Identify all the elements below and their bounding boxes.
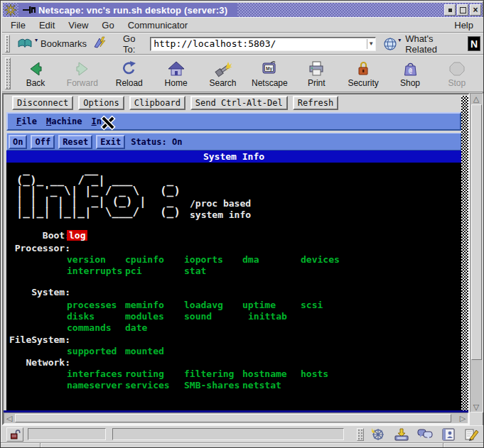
scroll-down-icon[interactable]: ▽: [471, 402, 481, 412]
tagline-line1: /proc based: [190, 198, 251, 209]
link-meminfo[interactable]: meminfo: [125, 300, 164, 310]
address-book-button[interactable]: [440, 427, 457, 442]
search-button[interactable]: Search: [201, 56, 245, 91]
composer-button[interactable]: [463, 427, 480, 442]
menu-communicator[interactable]: Communicator: [128, 20, 188, 31]
link-nameserver[interactable]: nameserver: [67, 380, 122, 390]
link-smb-shares[interactable]: SMB-shares: [184, 380, 240, 390]
link-stat[interactable]: stat: [184, 266, 206, 276]
link-filtering[interactable]: filtering: [184, 368, 234, 379]
security-button[interactable]: Security: [341, 56, 385, 91]
link-services[interactable]: services: [125, 380, 170, 390]
options-button[interactable]: Options: [78, 96, 124, 110]
whats-related-globe-icon[interactable]: ▾: [383, 37, 401, 51]
stop-icon: [448, 60, 466, 77]
reset-button[interactable]: Reset: [58, 135, 92, 149]
toolbar-grip[interactable]: [5, 58, 11, 89]
page-title: System Info: [6, 151, 461, 163]
exit-button[interactable]: Exit: [96, 135, 125, 149]
navigator-wheel-button[interactable]: [370, 427, 387, 442]
link-inittab[interactable]: inittab: [248, 311, 287, 322]
tagline-line2: system info: [190, 209, 251, 220]
bookmarks-label[interactable]: Bookmarks: [41, 38, 87, 49]
vm-menu-file[interactable]: File: [16, 116, 37, 126]
discussions-button[interactable]: [416, 427, 434, 442]
stop-button[interactable]: Stop: [435, 56, 479, 91]
menu-go[interactable]: Go: [102, 20, 114, 31]
vertical-scrollbar[interactable]: △ ▽: [470, 93, 483, 413]
whats-related-label[interactable]: What's Related: [405, 33, 458, 55]
search-icon: [214, 60, 232, 77]
reload-button[interactable]: Reload: [107, 56, 151, 91]
wm-pin-icon[interactable]: [23, 5, 37, 15]
window-resize-frame[interactable]: [1, 442, 484, 448]
back-button[interactable]: Back: [14, 56, 58, 91]
vertical-scrollbar-thumb[interactable]: [471, 104, 482, 360]
section-label-network: Network:: [8, 357, 70, 368]
menu-edit[interactable]: Edit: [39, 20, 55, 31]
mailbox-button[interactable]: [393, 427, 410, 442]
wm-menu-sunburst-icon[interactable]: [4, 4, 17, 16]
url-dropdown-icon[interactable]: ▼: [367, 39, 375, 49]
link-mounted[interactable]: mounted: [125, 346, 164, 356]
window-title: Netscape: vnc's run.sh desktop (server:3…: [38, 5, 227, 16]
link-commands[interactable]: commands: [67, 322, 112, 333]
menu-view[interactable]: View: [68, 20, 88, 31]
link-modules[interactable]: modules: [125, 311, 164, 322]
inbox-icon: [394, 427, 409, 442]
link-routing[interactable]: routing: [125, 368, 164, 379]
clipboard-button[interactable]: Clipboard: [129, 96, 185, 110]
link-interrupts[interactable]: interrupts: [67, 266, 122, 276]
link-hostname[interactable]: hostname: [242, 368, 287, 379]
security-status-button[interactable]: [6, 427, 23, 442]
link-cpuinfo[interactable]: cpuinfo: [125, 254, 164, 265]
link-supported[interactable]: supported: [67, 346, 117, 356]
location-bar-grip[interactable]: [5, 35, 10, 53]
link-interfaces[interactable]: interfaces: [67, 368, 122, 379]
menu-file[interactable]: File: [11, 20, 26, 31]
url-input[interactable]: [150, 37, 376, 51]
maximize-button[interactable]: [457, 4, 468, 16]
link-date[interactable]: date: [125, 322, 147, 333]
iconify-button[interactable]: [444, 4, 456, 16]
boot-log-link[interactable]: log: [67, 230, 87, 241]
vm-menu-machine[interactable]: Machine: [46, 116, 82, 126]
link-loadavg[interactable]: loadavg: [184, 300, 223, 310]
navigation-toolbar: Back Forward Reload: [2, 55, 483, 92]
link-processes[interactable]: processes: [67, 300, 117, 310]
scroll-right-icon[interactable]: ▷: [458, 413, 468, 423]
horizontal-scrollbar-thumb[interactable]: [15, 414, 451, 422]
titlebar[interactable]: Netscape: vnc's run.sh desktop (server:3…: [3, 3, 483, 17]
menu-help[interactable]: Help: [454, 20, 473, 31]
close-button[interactable]: ×: [470, 4, 481, 16]
page-proxy-icon[interactable]: [94, 36, 106, 51]
link-scsi[interactable]: scsi: [301, 300, 323, 310]
link-netstat[interactable]: netstat: [242, 380, 281, 390]
link-hosts[interactable]: hosts: [301, 368, 328, 379]
print-button[interactable]: Print: [294, 56, 338, 91]
shop-bag-icon: @: [401, 60, 419, 77]
disconnect-button[interactable]: Disconnect: [12, 96, 73, 110]
link-version[interactable]: version: [67, 254, 106, 265]
scroll-left-icon[interactable]: ◁: [4, 413, 14, 423]
forward-button[interactable]: Forward: [60, 56, 104, 91]
component-bar-grip[interactable]: [357, 428, 364, 441]
home-button[interactable]: Home: [154, 56, 198, 91]
link-pci[interactable]: pci: [125, 266, 141, 276]
netscape-logo[interactable]: N: [468, 36, 480, 51]
power-off-button[interactable]: Off: [31, 135, 55, 149]
netscape-button[interactable]: My Netscape: [247, 56, 291, 91]
link-ioports[interactable]: ioports: [184, 254, 223, 265]
link-disks[interactable]: disks: [67, 311, 95, 322]
scroll-up-icon[interactable]: △: [471, 94, 481, 104]
link-devices[interactable]: devices: [301, 254, 340, 265]
link-sound[interactable]: sound: [184, 311, 212, 322]
link-uptime[interactable]: uptime: [242, 300, 276, 310]
send-ctrl-alt-del-button[interactable]: Send Ctrl-Alt-Del: [190, 96, 288, 110]
bookmarks-icon[interactable]: ▾: [17, 37, 38, 50]
power-on-button[interactable]: On: [9, 135, 27, 149]
shop-button[interactable]: @ Shop: [388, 56, 432, 91]
link-dma[interactable]: dma: [242, 254, 259, 265]
refresh-button[interactable]: Refresh: [293, 96, 339, 110]
horizontal-scrollbar[interactable]: ◁ ▷: [4, 413, 468, 424]
